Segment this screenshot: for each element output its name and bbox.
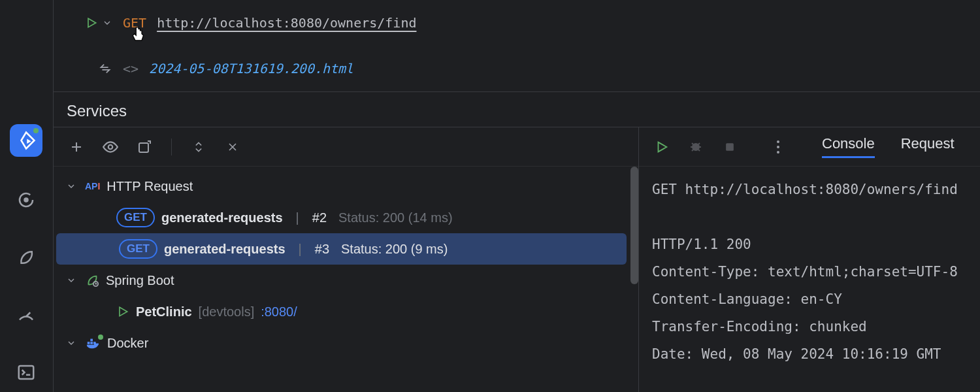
http-request-node[interactable]: API HTTP Request bbox=[54, 171, 638, 202]
svg-rect-3 bbox=[19, 366, 34, 379]
request-row[interactable]: GET generated-requests | #2 Status: 200 … bbox=[54, 202, 638, 233]
play-icon bbox=[116, 305, 129, 318]
request-run-number: #3 bbox=[315, 242, 329, 257]
expand-collapse-icon[interactable] bbox=[189, 137, 208, 157]
response-toolbar: Console Request bbox=[639, 127, 980, 167]
more-icon[interactable] bbox=[768, 137, 788, 157]
tool-window-strip bbox=[0, 0, 52, 392]
services-toolbar bbox=[54, 127, 638, 167]
add-icon[interactable] bbox=[67, 137, 86, 157]
app-name: PetClinic bbox=[136, 304, 192, 319]
chevron-down-icon[interactable] bbox=[64, 181, 78, 191]
node-label: Docker bbox=[107, 336, 148, 351]
svg-point-5 bbox=[108, 144, 113, 149]
request-run-number: #2 bbox=[312, 210, 327, 225]
services-panel-title: Services bbox=[53, 91, 980, 127]
svg-marker-4 bbox=[88, 18, 96, 27]
terminal-tool-icon[interactable] bbox=[12, 358, 41, 387]
services-tree[interactable]: API HTTP Request GET generated-requests … bbox=[54, 167, 638, 392]
tab-console[interactable]: Console bbox=[822, 135, 875, 158]
svg-point-18 bbox=[777, 151, 779, 154]
request-status: Status: 200 (14 ms) bbox=[338, 210, 453, 225]
stop-icon[interactable] bbox=[720, 137, 740, 157]
svg-point-16 bbox=[777, 140, 779, 143]
docker-icon bbox=[85, 336, 101, 350]
request-name: generated-requests bbox=[164, 242, 286, 257]
endpoints-tool-icon[interactable] bbox=[12, 186, 41, 214]
svg-rect-6 bbox=[139, 143, 148, 152]
svg-rect-10 bbox=[90, 342, 93, 344]
run-gutter-icon[interactable] bbox=[85, 16, 98, 29]
tab-request[interactable]: Request bbox=[901, 135, 955, 158]
node-label: Spring Boot bbox=[106, 273, 174, 288]
svg-marker-1 bbox=[27, 139, 31, 144]
svg-rect-11 bbox=[90, 339, 93, 342]
spring-app-row[interactable]: PetClinic [devtools] :8080/ bbox=[54, 296, 638, 327]
http-url[interactable]: http://localhost:8080/owners/find bbox=[157, 15, 416, 31]
get-badge: GET bbox=[116, 208, 155, 227]
chevron-down-icon[interactable] bbox=[64, 338, 78, 348]
api-icon: API bbox=[85, 181, 100, 191]
http-editor: GET http://localhost:8080/owners/find <>… bbox=[53, 0, 980, 91]
services-tool-icon[interactable] bbox=[10, 124, 42, 157]
request-name: generated-requests bbox=[161, 210, 283, 225]
swap-arrows-icon[interactable] bbox=[98, 61, 112, 76]
svg-rect-15 bbox=[726, 143, 734, 151]
spring-boot-node[interactable]: Spring Boot bbox=[54, 265, 638, 296]
svg-rect-9 bbox=[88, 342, 90, 344]
eye-icon[interactable] bbox=[101, 137, 120, 157]
get-badge: GET bbox=[119, 239, 157, 259]
profiler-tool-icon[interactable] bbox=[12, 301, 41, 329]
console-output[interactable]: GET http://localhost:8080/owners/find HT… bbox=[639, 167, 980, 392]
spring-tool-icon[interactable] bbox=[12, 243, 41, 272]
spring-leaf-icon bbox=[85, 273, 99, 287]
svg-point-2 bbox=[25, 199, 28, 202]
request-row[interactable]: GET generated-requests | #3 Status: 200 … bbox=[56, 233, 627, 265]
chevron-down-icon[interactable] bbox=[102, 18, 112, 28]
angle-brackets-icon: <> bbox=[123, 61, 139, 76]
node-label: HTTP Request bbox=[106, 179, 193, 194]
app-tag: [devtools] bbox=[199, 304, 255, 319]
docker-node[interactable]: Docker bbox=[54, 327, 638, 359]
play-icon[interactable] bbox=[652, 137, 672, 157]
response-file-link[interactable]: 2024-05-08T131619.200.html bbox=[149, 61, 353, 76]
bug-icon[interactable] bbox=[686, 137, 706, 157]
open-window-icon[interactable] bbox=[135, 137, 154, 157]
close-icon[interactable] bbox=[223, 137, 242, 157]
scrollbar-thumb[interactable] bbox=[630, 167, 638, 284]
svg-point-17 bbox=[777, 146, 779, 148]
http-method: GET bbox=[123, 15, 146, 31]
request-status: Status: 200 (9 ms) bbox=[341, 242, 448, 257]
app-port[interactable]: :8080/ bbox=[261, 304, 297, 319]
svg-marker-13 bbox=[659, 142, 667, 152]
svg-marker-8 bbox=[120, 307, 127, 316]
chevron-down-icon[interactable] bbox=[64, 275, 78, 286]
